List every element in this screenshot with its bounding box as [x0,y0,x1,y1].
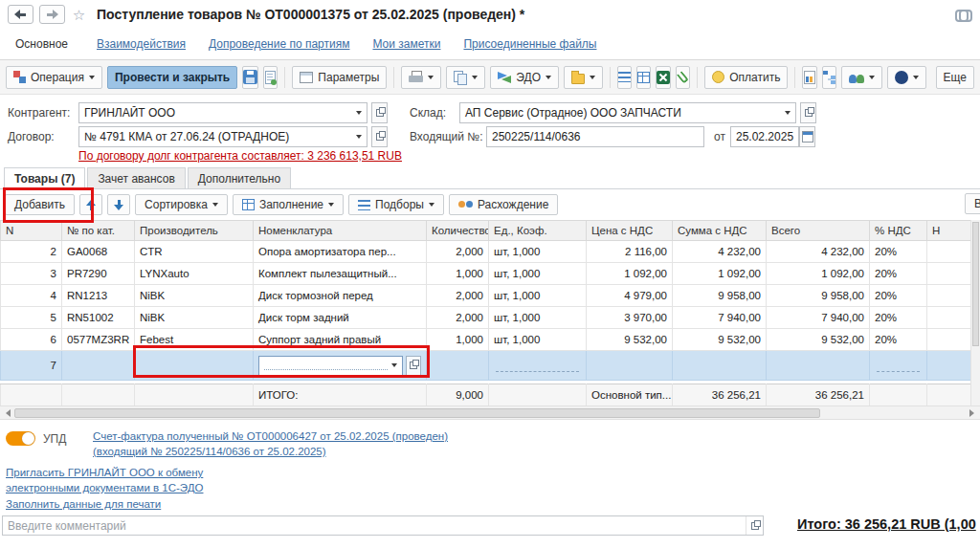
edo-button[interactable]: ЭДО [490,66,559,89]
cell-sum[interactable]: 9 532,00 [673,329,767,351]
table-new-row-selected[interactable]: 7 [1,351,971,381]
reports-button[interactable] [802,66,816,89]
cell-total[interactable]: 1 092,00 [767,263,870,285]
files-menu-button[interactable] [564,66,603,89]
cell-quantity[interactable] [427,351,489,381]
related-documents-button[interactable] [617,66,632,89]
nav-link-attached-files[interactable]: Присоединенные файлы [463,37,596,51]
incoming-date-field[interactable]: 25.02.2025 [730,126,799,147]
nomenclature-open-button[interactable] [406,356,421,376]
col-header-sum[interactable]: Сумма с НДС [673,221,767,241]
comment-open-button[interactable] [746,516,763,535]
cell-total[interactable]: 9 958,00 [767,285,870,307]
col-header-catalog-number[interactable]: № по кат. [62,221,135,241]
col-header-unit[interactable]: Ед., Коэф. [489,221,587,241]
nav-link-interactions[interactable]: Взаимодействия [97,37,186,51]
cell-quantity[interactable]: 2,000 [427,307,489,329]
cell-clipped[interactable] [927,241,971,263]
cell-quantity[interactable]: 2,000 [427,241,489,263]
cell-manufacturer[interactable]: CTR [135,241,254,263]
selection-button[interactable]: Подборы [348,194,444,215]
contract-field[interactable]: № 4791 КМА от 27.06.24 (ОТРАДНОЕ) [78,126,368,147]
table-row[interactable]: 3 PR7290 LYNXauto Комплект пылезащитный.… [1,263,971,285]
cell-quantity[interactable]: 1,000 [427,263,489,285]
move-row-down-button[interactable] [107,194,130,215]
cell-catalog-number[interactable]: PR7290 [62,263,135,285]
nav-link-batch-posting[interactable]: Допроведение по партиям [209,37,349,51]
cell-unit[interactable] [489,351,587,381]
cell-nomenclature[interactable]: Диск торм задний [254,307,427,329]
tab-goods[interactable]: Товары (7) [4,167,85,189]
table-row[interactable]: 2 GA0068 CTR Опора амортизатора пер... 2… [1,241,971,263]
cell-clipped[interactable] [927,285,971,307]
chevron-down-icon[interactable] [391,363,397,367]
cell-nomenclature[interactable]: Комплект пылезащитный... [254,263,427,285]
operation-button[interactable]: Операция [6,66,102,89]
counterparty-field[interactable]: ГРИНЛАЙТ ООО [78,102,368,123]
warehouse-field[interactable]: АП Сервис (Отрадное) ООО ЗАПЧАСТИ [459,102,796,123]
add-row-button[interactable]: Добавить [5,194,75,215]
post-document-button[interactable] [263,66,278,89]
cell-unit[interactable]: шт, 1,000 [489,263,587,285]
warehouse-dropdown-icon[interactable] [780,103,795,122]
cell-n[interactable]: 6 [1,329,62,351]
cell-vat[interactable] [870,351,927,381]
cell-vat[interactable]: 20% [870,263,927,285]
col-header-total[interactable]: Всего [767,221,870,241]
document-structure-button[interactable] [636,66,651,89]
tab-additional[interactable]: Дополнительно [188,167,291,188]
comment-input[interactable] [3,519,746,533]
fill-print-data-link[interactable]: Заполнить данные для печати [6,498,161,510]
cell-manufacturer[interactable] [135,351,254,381]
cell-sum[interactable]: 4 232,00 [673,241,767,263]
table-horizontal-scrollbar[interactable] [0,406,980,420]
cell-nomenclature-editing[interactable] [254,351,427,381]
nomenclature-combo-input[interactable] [258,356,403,376]
cell-manufacturer[interactable]: NiBK [135,285,254,307]
tab-main[interactable]: Основное [10,33,74,55]
cell-price[interactable]: 1 092,00 [587,263,673,285]
scroll-left-button[interactable] [2,407,14,418]
cell-manufacturer[interactable]: Febest [135,329,254,351]
cell-catalog-number[interactable]: 0577MZ3RR [62,329,135,351]
edo-invite-link[interactable]: Пригласить ГРИНЛАЙТ ООО к обмену электро… [6,465,274,495]
cell-price[interactable]: 2 116,00 [587,241,673,263]
cell-n[interactable]: 2 [1,241,62,263]
cell-sum[interactable]: 7 940,00 [673,307,767,329]
table-vertical-scrollbar[interactable] [970,220,980,406]
incoming-number-field[interactable]: 250225/114/0636 [486,126,704,147]
cell-vat[interactable]: 20% [870,285,927,307]
cell-clipped[interactable] [927,329,971,351]
sort-button[interactable]: Сортировка [135,194,228,215]
parameters-button[interactable]: Параметры [292,66,387,89]
more-button[interactable]: Еще [936,66,974,89]
cell-nomenclature[interactable]: Опора амортизатора пер... [254,241,427,263]
pay-button[interactable]: Оплатить [704,66,788,89]
print-button[interactable] [401,66,441,89]
forward-button[interactable] [39,5,65,24]
cell-vat[interactable]: 20% [870,241,927,263]
cell-sum[interactable] [673,351,767,381]
col-header-clipped[interactable]: Н [927,221,971,241]
upd-toggle[interactable] [6,431,35,446]
col-header-nomenclature[interactable]: Номенклатура [254,221,427,241]
cell-quantity[interactable]: 1,000 [427,329,489,351]
cell-price[interactable] [587,351,673,381]
cell-n[interactable]: 5 [1,307,62,329]
scrollbar-thumb[interactable] [14,408,820,418]
cell-total[interactable]: 4 232,00 [767,241,870,263]
table-row[interactable]: 5 RN51002 NiBK Диск торм задний 2,000 шт… [1,307,971,329]
back-button[interactable] [8,5,33,24]
cell-sum[interactable]: 9 958,00 [673,285,767,307]
cell-nomenclature[interactable]: Диск тормозной перед [254,285,427,307]
save-button[interactable] [242,66,258,89]
cell-catalog-number[interactable]: RN1213 [62,285,135,307]
cell-total[interactable]: 9 532,00 [767,329,870,351]
cell-n[interactable]: 7 [1,351,62,381]
cell-total[interactable]: 7 940,00 [767,307,870,329]
contract-debt-link[interactable]: По договору долг контрагента составляет:… [78,149,402,163]
users-menu-button[interactable] [841,66,882,89]
cell-total[interactable] [767,351,870,381]
cell-unit[interactable]: шт, 1,000 [489,307,587,329]
warehouse-open-button[interactable] [800,102,816,123]
